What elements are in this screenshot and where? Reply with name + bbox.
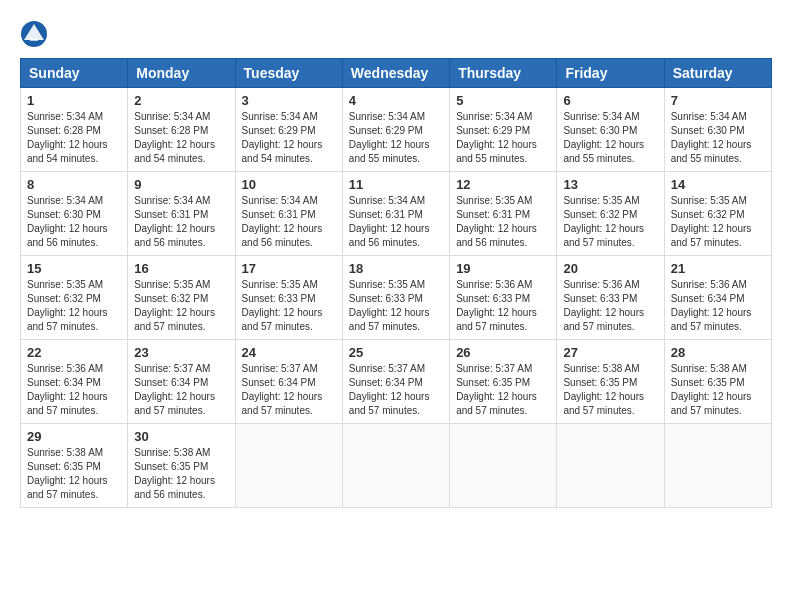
day-info: Sunrise: 5:37 AMSunset: 6:34 PMDaylight:… xyxy=(242,363,323,416)
day-info: Sunrise: 5:35 AMSunset: 6:33 PMDaylight:… xyxy=(242,279,323,332)
day-info: Sunrise: 5:36 AMSunset: 6:33 PMDaylight:… xyxy=(563,279,644,332)
day-number: 29 xyxy=(27,429,121,444)
day-number: 14 xyxy=(671,177,765,192)
calendar-cell xyxy=(664,424,771,508)
calendar-week-1: 1 Sunrise: 5:34 AMSunset: 6:28 PMDayligh… xyxy=(21,88,772,172)
day-info: Sunrise: 5:34 AMSunset: 6:29 PMDaylight:… xyxy=(456,111,537,164)
day-number: 5 xyxy=(456,93,550,108)
day-number: 12 xyxy=(456,177,550,192)
day-info: Sunrise: 5:34 AMSunset: 6:29 PMDaylight:… xyxy=(242,111,323,164)
calendar-cell: 11 Sunrise: 5:34 AMSunset: 6:31 PMDaylig… xyxy=(342,172,449,256)
day-number: 20 xyxy=(563,261,657,276)
calendar-cell: 27 Sunrise: 5:38 AMSunset: 6:35 PMDaylig… xyxy=(557,340,664,424)
calendar-cell: 3 Sunrise: 5:34 AMSunset: 6:29 PMDayligh… xyxy=(235,88,342,172)
day-info: Sunrise: 5:37 AMSunset: 6:35 PMDaylight:… xyxy=(456,363,537,416)
page-header xyxy=(20,20,772,48)
day-info: Sunrise: 5:38 AMSunset: 6:35 PMDaylight:… xyxy=(563,363,644,416)
calendar-cell: 5 Sunrise: 5:34 AMSunset: 6:29 PMDayligh… xyxy=(450,88,557,172)
day-info: Sunrise: 5:38 AMSunset: 6:35 PMDaylight:… xyxy=(134,447,215,500)
calendar-cell xyxy=(342,424,449,508)
calendar-cell: 23 Sunrise: 5:37 AMSunset: 6:34 PMDaylig… xyxy=(128,340,235,424)
day-info: Sunrise: 5:37 AMSunset: 6:34 PMDaylight:… xyxy=(349,363,430,416)
day-number: 24 xyxy=(242,345,336,360)
calendar-cell: 26 Sunrise: 5:37 AMSunset: 6:35 PMDaylig… xyxy=(450,340,557,424)
day-info: Sunrise: 5:35 AMSunset: 6:32 PMDaylight:… xyxy=(27,279,108,332)
day-number: 9 xyxy=(134,177,228,192)
day-info: Sunrise: 5:35 AMSunset: 6:33 PMDaylight:… xyxy=(349,279,430,332)
day-number: 17 xyxy=(242,261,336,276)
logo xyxy=(20,20,52,48)
day-number: 25 xyxy=(349,345,443,360)
calendar-cell: 9 Sunrise: 5:34 AMSunset: 6:31 PMDayligh… xyxy=(128,172,235,256)
day-header-thursday: Thursday xyxy=(450,59,557,88)
day-number: 23 xyxy=(134,345,228,360)
calendar-cell: 18 Sunrise: 5:35 AMSunset: 6:33 PMDaylig… xyxy=(342,256,449,340)
calendar-cell: 6 Sunrise: 5:34 AMSunset: 6:30 PMDayligh… xyxy=(557,88,664,172)
day-number: 8 xyxy=(27,177,121,192)
svg-rect-2 xyxy=(30,38,38,41)
calendar-cell: 8 Sunrise: 5:34 AMSunset: 6:30 PMDayligh… xyxy=(21,172,128,256)
day-info: Sunrise: 5:36 AMSunset: 6:34 PMDaylight:… xyxy=(671,279,752,332)
calendar-cell: 22 Sunrise: 5:36 AMSunset: 6:34 PMDaylig… xyxy=(21,340,128,424)
day-number: 6 xyxy=(563,93,657,108)
calendar-cell xyxy=(450,424,557,508)
day-number: 2 xyxy=(134,93,228,108)
day-number: 21 xyxy=(671,261,765,276)
calendar-cell: 1 Sunrise: 5:34 AMSunset: 6:28 PMDayligh… xyxy=(21,88,128,172)
calendar-cell: 28 Sunrise: 5:38 AMSunset: 6:35 PMDaylig… xyxy=(664,340,771,424)
day-number: 30 xyxy=(134,429,228,444)
day-number: 15 xyxy=(27,261,121,276)
day-info: Sunrise: 5:35 AMSunset: 6:32 PMDaylight:… xyxy=(134,279,215,332)
day-header-monday: Monday xyxy=(128,59,235,88)
day-info: Sunrise: 5:34 AMSunset: 6:30 PMDaylight:… xyxy=(27,195,108,248)
day-header-sunday: Sunday xyxy=(21,59,128,88)
day-info: Sunrise: 5:34 AMSunset: 6:28 PMDaylight:… xyxy=(134,111,215,164)
calendar-cell: 17 Sunrise: 5:35 AMSunset: 6:33 PMDaylig… xyxy=(235,256,342,340)
day-header-tuesday: Tuesday xyxy=(235,59,342,88)
day-number: 22 xyxy=(27,345,121,360)
day-number: 27 xyxy=(563,345,657,360)
day-header-friday: Friday xyxy=(557,59,664,88)
day-info: Sunrise: 5:34 AMSunset: 6:29 PMDaylight:… xyxy=(349,111,430,164)
calendar-cell xyxy=(235,424,342,508)
day-info: Sunrise: 5:38 AMSunset: 6:35 PMDaylight:… xyxy=(27,447,108,500)
day-info: Sunrise: 5:34 AMSunset: 6:31 PMDaylight:… xyxy=(134,195,215,248)
day-info: Sunrise: 5:35 AMSunset: 6:31 PMDaylight:… xyxy=(456,195,537,248)
day-header-wednesday: Wednesday xyxy=(342,59,449,88)
day-number: 7 xyxy=(671,93,765,108)
day-info: Sunrise: 5:37 AMSunset: 6:34 PMDaylight:… xyxy=(134,363,215,416)
calendar-cell: 21 Sunrise: 5:36 AMSunset: 6:34 PMDaylig… xyxy=(664,256,771,340)
calendar-cell: 12 Sunrise: 5:35 AMSunset: 6:31 PMDaylig… xyxy=(450,172,557,256)
calendar-cell: 7 Sunrise: 5:34 AMSunset: 6:30 PMDayligh… xyxy=(664,88,771,172)
day-number: 3 xyxy=(242,93,336,108)
calendar-cell xyxy=(557,424,664,508)
calendar-cell: 10 Sunrise: 5:34 AMSunset: 6:31 PMDaylig… xyxy=(235,172,342,256)
calendar-cell: 25 Sunrise: 5:37 AMSunset: 6:34 PMDaylig… xyxy=(342,340,449,424)
day-info: Sunrise: 5:36 AMSunset: 6:34 PMDaylight:… xyxy=(27,363,108,416)
day-info: Sunrise: 5:34 AMSunset: 6:31 PMDaylight:… xyxy=(349,195,430,248)
day-info: Sunrise: 5:36 AMSunset: 6:33 PMDaylight:… xyxy=(456,279,537,332)
day-number: 19 xyxy=(456,261,550,276)
day-number: 28 xyxy=(671,345,765,360)
day-info: Sunrise: 5:34 AMSunset: 6:30 PMDaylight:… xyxy=(563,111,644,164)
day-info: Sunrise: 5:34 AMSunset: 6:28 PMDaylight:… xyxy=(27,111,108,164)
day-info: Sunrise: 5:34 AMSunset: 6:30 PMDaylight:… xyxy=(671,111,752,164)
calendar-cell: 14 Sunrise: 5:35 AMSunset: 6:32 PMDaylig… xyxy=(664,172,771,256)
calendar-cell: 29 Sunrise: 5:38 AMSunset: 6:35 PMDaylig… xyxy=(21,424,128,508)
calendar-cell: 30 Sunrise: 5:38 AMSunset: 6:35 PMDaylig… xyxy=(128,424,235,508)
day-info: Sunrise: 5:34 AMSunset: 6:31 PMDaylight:… xyxy=(242,195,323,248)
logo-icon xyxy=(20,20,48,48)
calendar-table: SundayMondayTuesdayWednesdayThursdayFrid… xyxy=(20,58,772,508)
day-number: 26 xyxy=(456,345,550,360)
calendar-cell: 20 Sunrise: 5:36 AMSunset: 6:33 PMDaylig… xyxy=(557,256,664,340)
day-info: Sunrise: 5:35 AMSunset: 6:32 PMDaylight:… xyxy=(563,195,644,248)
day-number: 1 xyxy=(27,93,121,108)
calendar-cell: 2 Sunrise: 5:34 AMSunset: 6:28 PMDayligh… xyxy=(128,88,235,172)
header-row: SundayMondayTuesdayWednesdayThursdayFrid… xyxy=(21,59,772,88)
day-info: Sunrise: 5:38 AMSunset: 6:35 PMDaylight:… xyxy=(671,363,752,416)
calendar-cell: 19 Sunrise: 5:36 AMSunset: 6:33 PMDaylig… xyxy=(450,256,557,340)
calendar-week-3: 15 Sunrise: 5:35 AMSunset: 6:32 PMDaylig… xyxy=(21,256,772,340)
day-number: 11 xyxy=(349,177,443,192)
day-number: 18 xyxy=(349,261,443,276)
day-info: Sunrise: 5:35 AMSunset: 6:32 PMDaylight:… xyxy=(671,195,752,248)
